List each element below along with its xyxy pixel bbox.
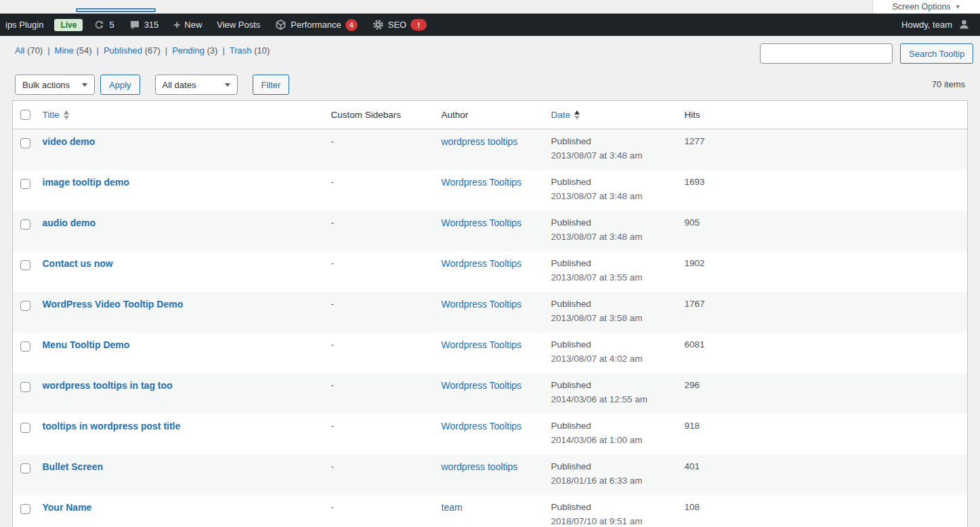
row-checkbox[interactable] <box>20 463 30 473</box>
seo-menu-item[interactable]: SEO ! <box>368 19 431 30</box>
row-custom-sidebars: - <box>331 299 335 309</box>
screen-options-tab[interactable]: Screen Options ▼ <box>872 0 980 14</box>
filter-link-label[interactable]: All <box>15 45 24 56</box>
filter-link-mine[interactable]: Mine (54) <box>55 45 92 56</box>
table-row: audio demo - Wordpress Tooltips Publishe… <box>13 211 968 251</box>
table-row: WordPress Video Tooltip Demo - Wordpress… <box>13 292 968 333</box>
filter-link-count: (3) <box>207 45 218 56</box>
comments-icon <box>129 20 140 30</box>
row-checkbox[interactable] <box>20 341 30 352</box>
filter-link-label[interactable]: Pending <box>172 45 205 56</box>
row-title-link[interactable]: wordpress tooltips in tag too <box>43 380 173 391</box>
row-checkbox[interactable] <box>20 260 30 270</box>
row-author-link[interactable]: Wordpress Tooltips <box>442 339 522 350</box>
row-author-link[interactable]: team <box>442 502 463 513</box>
table-header-row: Title Custom Sidebars Author Date <box>13 101 968 129</box>
row-status: Published <box>551 421 685 431</box>
row-checkbox[interactable] <box>20 382 30 392</box>
row-title-link[interactable]: Bullet Screen <box>43 461 103 472</box>
filter-link-count: (67) <box>145 45 161 56</box>
filter-link-label[interactable]: Mine <box>55 45 74 56</box>
row-status: Published <box>551 136 685 146</box>
row-custom-sidebars: - <box>331 421 335 431</box>
filter-separator: | <box>222 45 224 56</box>
plus-icon: + <box>173 19 180 30</box>
row-checkbox[interactable] <box>20 219 30 230</box>
filter-link-count: (70) <box>27 45 43 56</box>
row-status: Published <box>551 299 685 309</box>
title-column-label: Title <box>43 110 60 120</box>
row-title-link[interactable]: video demo <box>43 136 95 147</box>
filter-link-all[interactable]: All (70) <box>15 45 43 56</box>
apply-button[interactable]: Apply <box>100 75 140 95</box>
row-author-link[interactable]: wordpress tooltips <box>442 136 518 147</box>
new-label: New <box>184 20 202 30</box>
performance-label: Performance <box>291 20 341 30</box>
row-custom-sidebars: - <box>331 258 335 268</box>
row-title-link[interactable]: Contact us now <box>43 258 113 269</box>
row-custom-sidebars: - <box>331 380 335 390</box>
seo-badge: ! <box>410 19 427 30</box>
search-button[interactable]: Search Tooltip <box>900 43 973 64</box>
row-hits: 918 <box>685 421 700 431</box>
sort-arrows-icon <box>64 110 69 120</box>
updates-menu-item[interactable]: 5 <box>89 19 118 30</box>
sort-title-header[interactable]: Title <box>43 110 69 120</box>
search-input[interactable] <box>760 43 893 64</box>
filter-link-trash[interactable]: Trash (10) <box>230 45 270 56</box>
site-menu-item[interactable]: ips Plugin <box>1 20 47 30</box>
row-title-link[interactable]: Your Name <box>43 502 92 513</box>
row-author-link[interactable]: Wordpress Tooltips <box>442 421 522 431</box>
row-hits: 401 <box>685 461 700 471</box>
filter-link-label[interactable]: Published <box>104 45 142 56</box>
row-title-link[interactable]: tooltips in wordpress post title <box>43 421 181 431</box>
row-author-link[interactable]: Wordpress Tooltips <box>442 177 522 188</box>
row-date: 2014/03/06 at 12:55 am <box>551 394 685 404</box>
row-date: 2013/08/07 at 3:58 am <box>551 313 685 323</box>
row-title-link[interactable]: Menu Tooltip Demo <box>43 339 130 350</box>
account-menu-item[interactable]: Howdy, team <box>901 18 980 31</box>
row-author-link[interactable]: wordpress tooltips <box>442 461 518 472</box>
dates-filter-select[interactable]: All dates <box>155 75 238 95</box>
filter-link-label[interactable]: Trash <box>230 45 252 56</box>
filter-links: All (70)|Mine (54)|Published (67)|Pendin… <box>15 45 270 56</box>
table-row: Menu Tooltip Demo - Wordpress Tooltips P… <box>13 333 968 373</box>
row-checkbox[interactable] <box>20 423 30 433</box>
filter-button[interactable]: Filter <box>253 75 290 95</box>
row-custom-sidebars: - <box>331 461 335 471</box>
row-author-link[interactable]: Wordpress Tooltips <box>442 217 522 228</box>
row-custom-sidebars: - <box>331 339 335 350</box>
view-posts-label: View Posts <box>217 20 260 30</box>
select-all-checkbox[interactable] <box>20 110 30 120</box>
row-checkbox[interactable] <box>20 504 30 514</box>
filter-link-pending[interactable]: Pending (3) <box>172 45 217 56</box>
comments-count: 315 <box>144 20 159 30</box>
row-author-link[interactable]: Wordpress Tooltips <box>442 258 522 269</box>
view-posts-menu-item[interactable]: View Posts <box>213 20 264 30</box>
row-status: Published <box>551 177 685 187</box>
row-checkbox[interactable] <box>20 179 30 189</box>
person-icon <box>958 18 971 31</box>
row-date: 2013/08/07 at 3:48 am <box>551 191 685 201</box>
row-date: 2013/08/07 at 3:55 am <box>551 272 685 282</box>
table-row: wordpress tooltips in tag too - Wordpres… <box>13 373 968 414</box>
row-author-link[interactable]: Wordpress Tooltips <box>442 380 522 391</box>
row-title-link[interactable]: WordPress Video Tooltip Demo <box>43 299 184 310</box>
new-menu-item[interactable]: + New <box>169 19 206 30</box>
table-row: video demo - wordpress tooltips Publishe… <box>13 129 968 170</box>
comments-menu-item[interactable]: 315 <box>125 20 163 30</box>
screen-options-label: Screen Options <box>892 2 950 12</box>
row-title-link[interactable]: audio demo <box>43 217 96 228</box>
sort-date-header[interactable]: Date <box>551 110 580 120</box>
performance-menu-item[interactable]: Performance 4 <box>271 19 361 31</box>
row-checkbox[interactable] <box>20 138 30 148</box>
row-checkbox[interactable] <box>20 301 30 311</box>
row-author-link[interactable]: Wordpress Tooltips <box>442 299 522 310</box>
chevron-down-icon <box>82 83 87 87</box>
items-count: 70 items <box>932 79 965 89</box>
row-custom-sidebars: - <box>331 217 335 228</box>
row-title-link[interactable]: image tooltip demo <box>43 177 129 188</box>
bulk-actions-select[interactable]: Bulk actions <box>15 75 95 95</box>
row-hits: 1767 <box>685 299 705 309</box>
filter-link-published[interactable]: Published (67) <box>104 45 161 56</box>
